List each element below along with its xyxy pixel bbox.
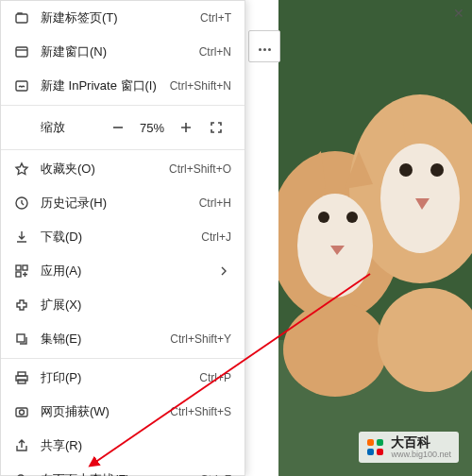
close-icon[interactable]: ✕	[453, 6, 464, 21]
separator	[1, 105, 244, 106]
menu-item-shortcut: Ctrl+Shift+O	[169, 162, 231, 176]
menu-item-label: 在页面上查找(F)	[41, 471, 200, 476]
menu-zoom: 缩放 75%	[1, 108, 244, 147]
chevron-right-icon	[216, 264, 231, 279]
menu-item-label: 扩展(X)	[41, 297, 231, 314]
svg-point-6	[346, 212, 358, 223]
more-options-button[interactable]	[248, 30, 280, 62]
download-icon	[14, 230, 29, 245]
star-icon	[14, 162, 29, 177]
history-icon	[14, 196, 29, 211]
svg-point-8	[430, 163, 444, 177]
background-image	[278, 0, 472, 476]
menu-item-shortcut: Ctrl+Shift+Y	[170, 332, 231, 346]
menu-item-label: 新建标签页(T)	[41, 9, 200, 26]
zoom-out-button[interactable]	[103, 112, 133, 143]
menu-item-label: 应用(A)	[41, 263, 216, 280]
watermark: 大百科 www.big100.net	[359, 432, 459, 463]
menu-item-label: 收藏夹(O)	[41, 161, 169, 178]
svg-rect-25	[17, 334, 25, 342]
menu-find[interactable]: 在页面上查找(F) Ctrl+F	[1, 463, 244, 476]
menu-new-tab[interactable]: 新建标签页(T) Ctrl+T	[1, 1, 244, 35]
menu-print[interactable]: 打印(P) Ctrl+P	[1, 361, 244, 395]
menu-item-shortcut: Ctrl+P	[199, 371, 231, 384]
svg-rect-35	[377, 439, 383, 446]
menu-item-shortcut: Ctrl+Shift+S	[170, 405, 231, 418]
menu-item-shortcut: Ctrl+T	[200, 11, 231, 25]
menu-item-shortcut: Ctrl+J	[201, 230, 231, 244]
svg-rect-22	[16, 265, 21, 270]
zoom-value: 75%	[133, 121, 171, 135]
menu-item-label: 新建 InPrivate 窗口(I)	[41, 77, 170, 94]
svg-point-16	[283, 302, 387, 397]
tab-icon	[14, 10, 29, 26]
menu-capture[interactable]: 网页捕获(W) Ctrl+Shift+S	[1, 395, 244, 429]
svg-point-5	[318, 212, 329, 223]
watermark-title: 大百科	[391, 435, 451, 449]
svg-point-30	[20, 410, 25, 415]
watermark-logo-icon	[366, 438, 385, 457]
watermark-subtitle: www.big100.net	[391, 450, 451, 459]
ellipsis-icon	[258, 40, 272, 54]
menu-downloads[interactable]: 下载(D) Ctrl+J	[1, 220, 244, 254]
svg-rect-24	[16, 272, 21, 277]
find-icon	[14, 472, 29, 476]
capture-icon	[14, 404, 29, 419]
svg-rect-36	[367, 449, 374, 455]
menu-apps[interactable]: 应用(A)	[1, 254, 244, 288]
separator	[1, 149, 244, 150]
menu-item-label: 下载(D)	[41, 229, 201, 246]
menu-item-label: 历史记录(H)	[41, 195, 199, 212]
svg-rect-23	[23, 265, 27, 270]
menu-item-shortcut: Ctrl+N	[199, 45, 231, 59]
menu-new-inprivate[interactable]: 新建 InPrivate 窗口(I) Ctrl+Shift+N	[1, 69, 244, 103]
collections-icon	[14, 332, 29, 347]
menu-item-label: 新建窗口(N)	[41, 43, 199, 60]
menu-item-label: 共享(R)	[41, 437, 231, 454]
zoom-in-button[interactable]	[171, 112, 201, 143]
svg-rect-20	[16, 81, 27, 91]
menu-favorites[interactable]: 收藏夹(O) Ctrl+Shift+O	[1, 152, 244, 186]
window-icon	[14, 44, 29, 60]
menu-new-window[interactable]: 新建窗口(N) Ctrl+N	[1, 35, 244, 69]
svg-point-7	[399, 163, 413, 177]
menu-item-shortcut: Ctrl+Shift+N	[170, 79, 231, 93]
fullscreen-button[interactable]	[201, 112, 231, 143]
svg-rect-19	[16, 47, 27, 57]
inprivate-icon	[14, 78, 29, 94]
menu-share[interactable]: 共享(R)	[1, 429, 244, 463]
apps-icon	[14, 264, 29, 279]
print-icon	[14, 370, 29, 385]
extensions-icon	[14, 298, 29, 313]
menu-history[interactable]: 历史记录(H) Ctrl+H	[1, 186, 244, 220]
svg-rect-34	[367, 439, 374, 446]
svg-rect-28	[18, 380, 25, 383]
svg-rect-18	[16, 14, 27, 23]
menu-item-label: 打印(P)	[41, 369, 199, 386]
svg-rect-37	[377, 449, 383, 455]
menu-extensions[interactable]: 扩展(X)	[1, 288, 244, 322]
menu-collections[interactable]: 集锦(E) Ctrl+Shift+Y	[1, 322, 244, 356]
menu-item-label: 集锦(E)	[41, 331, 170, 348]
zoom-label: 缩放	[41, 119, 65, 136]
menu-item-label: 网页捕获(W)	[41, 403, 170, 420]
browser-menu: 新建标签页(T) Ctrl+T 新建窗口(N) Ctrl+N 新建 InPriv…	[0, 0, 245, 476]
separator	[1, 358, 244, 359]
share-icon	[14, 438, 29, 453]
menu-item-shortcut: Ctrl+H	[199, 196, 231, 210]
